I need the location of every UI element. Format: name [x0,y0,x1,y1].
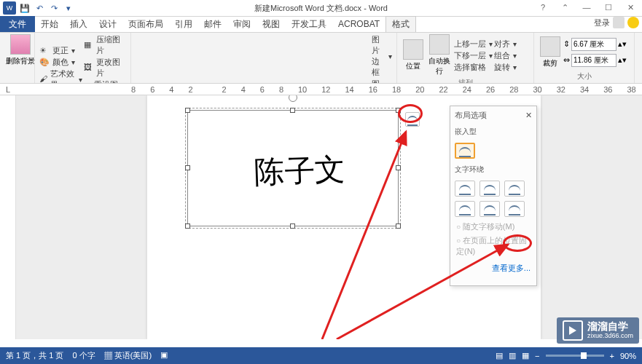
rotate-handle[interactable] [289,95,297,102]
resize-handle[interactable] [396,165,401,170]
work-area: 陈子文 布局选项 ✕ 嵌入型 文字环绕 [0,95,642,339]
align-button[interactable]: 对齐 ▾ [494,39,517,50]
position-button[interactable]: 位置 [402,39,425,71]
wrap-inline-option[interactable] [455,143,475,159]
send-backward-button[interactable]: 下移一层 ▾ [454,50,493,61]
tab-mail[interactable]: 邮件 [198,16,227,32]
tab-file[interactable]: 文件 [0,16,35,32]
change-button[interactable]: 🖼更改图片 [84,57,127,79]
close-icon[interactable]: ✕ [620,0,641,15]
smiley-icon[interactable] [627,17,639,28]
annotation-circle [398,104,423,123]
change-icon: 🖼 [84,63,93,73]
tab-design[interactable]: 设计 [93,16,122,32]
tab-view[interactable]: 视图 [257,16,286,32]
selection-pane-button[interactable]: 选择窗格 [454,62,493,73]
help-icon[interactable]: ? [533,0,553,15]
zoom-slider[interactable] [546,355,604,357]
view-web-icon[interactable]: ▦ [522,351,529,360]
crop-button[interactable]: 裁剪 [539,36,562,68]
resize-handle[interactable] [185,108,190,113]
rotate-button[interactable]: 旋转 ▾ [494,62,517,73]
language-indicator[interactable]: ▦ 英语(美国) [104,350,152,361]
wrap-through-option[interactable] [504,181,525,197]
view-read-icon[interactable]: ▥ [509,351,516,360]
ruler-tick: 16 [369,85,377,94]
remove-background-button[interactable]: 删除背景 [4,34,36,66]
remove-bg-label: 删除背景 [6,56,35,66]
bring-forward-button[interactable]: 上移一层 ▾ [454,39,493,50]
wrap-topbottom-option[interactable] [455,201,475,217]
min-icon[interactable]: — [576,0,597,15]
change-label: 更改图片 [96,57,126,79]
page-indicator[interactable]: 第 1 页，共 1 页 [6,350,63,361]
picture-effect-button[interactable]: 图片效果 ▾ [372,79,392,84]
ruler-tick: 32 [557,85,565,94]
login-link[interactable]: 登录 [594,17,610,28]
tab-format[interactable]: 格式 [385,16,416,32]
ruler-tick: 28 [509,85,518,94]
position-label: 位置 [406,61,420,71]
resize-handle[interactable] [185,223,190,229]
watermark: 溜溜自学 zixue.3d66.com [557,317,639,344]
zoom-thumb[interactable] [581,352,587,359]
ribbon-tabs: 文件 开始 插入 设计 页面布局 引用 邮件 审阅 视图 开发工具 ACROBA… [0,17,642,33]
spinner-icon[interactable]: ▴▾ [618,39,627,49]
play-icon [563,320,583,341]
signature-text: 陈子文 [253,149,346,193]
title-bar: W 💾 ↶ ↷ ▾ 新建Microsoft Word 文档.docx - Wor… [0,0,642,17]
ruler-tick: 22 [439,85,448,94]
wrap-square-option[interactable] [455,181,475,197]
width-input[interactable] [571,54,616,67]
ruler-tick: 8 [131,85,136,94]
resize-handle[interactable] [290,108,295,113]
tab-home[interactable]: 开始 [35,16,64,32]
compress-button[interactable]: ▦压缩图片 [84,34,127,56]
tab-references[interactable]: 引用 [169,16,198,32]
tab-pagelayout[interactable]: 页面布局 [122,16,169,32]
word-count[interactable]: 0 个字 [72,350,95,361]
group-button[interactable]: 组合 ▾ [494,50,517,61]
avatar-icon[interactable] [613,17,625,28]
spinner-icon[interactable]: ▴▾ [618,55,627,65]
zoom-value[interactable]: 90% [620,352,636,360]
wrap-behind-option[interactable] [479,201,500,217]
rotate-label: 旋转 [494,62,510,73]
height-input[interactable] [571,38,616,51]
document-area[interactable]: 陈子文 布局选项 ✕ 嵌入型 文字环绕 [16,95,642,339]
color-button[interactable]: 🎨颜色 ▾ [39,57,82,68]
zoom-in[interactable]: + [610,352,614,360]
tab-acrobat[interactable]: ACROBAT [332,16,385,32]
zoom-out[interactable]: − [535,352,539,360]
page[interactable]: 陈子文 布局选项 ✕ 嵌入型 文字环绕 [147,95,541,339]
view-print-icon[interactable]: ▤ [496,351,503,360]
ruler-corner[interactable]: L [0,84,16,95]
resize-handle[interactable] [185,165,190,170]
picture-border-button[interactable]: 图片边框 ▾ [372,34,392,78]
wrap-tight-option[interactable] [479,181,500,197]
resize-handle[interactable] [290,223,295,229]
ruler-tick: 4 [169,85,173,94]
ribbon-collapse-icon[interactable]: ⌃ [555,0,575,15]
corrections-button[interactable]: ☀更正 ▾ [39,45,82,56]
popover-close-icon[interactable]: ✕ [525,111,532,120]
send-back-label: 下移一层 [454,50,486,61]
macro-icon[interactable]: ▣ [160,350,168,361]
border-label: 图片边框 [372,34,385,78]
crop-label: 裁剪 [543,58,557,68]
max-icon[interactable]: ☐ [598,0,619,15]
tab-review[interactable]: 审阅 [227,16,257,32]
selected-image[interactable]: 陈子文 [187,110,399,226]
wrap-text-button[interactable]: 自动换行 [426,34,453,76]
corrections-label: 更正 [52,45,68,56]
arc-icon [459,205,471,213]
effects-button[interactable]: 🖌艺术效果 ▾ [39,68,82,84]
resize-handle[interactable] [396,223,401,229]
move-with-text-radio: ○ 随文字移动(M) [450,220,536,234]
arc-icon [509,205,520,213]
wrap-front-option[interactable] [504,201,525,217]
see-more-link[interactable]: 查看更多... [450,258,536,278]
ruler-tick: 6 [150,85,154,94]
tab-insert[interactable]: 插入 [64,16,93,32]
tab-developer[interactable]: 开发工具 [286,16,332,32]
